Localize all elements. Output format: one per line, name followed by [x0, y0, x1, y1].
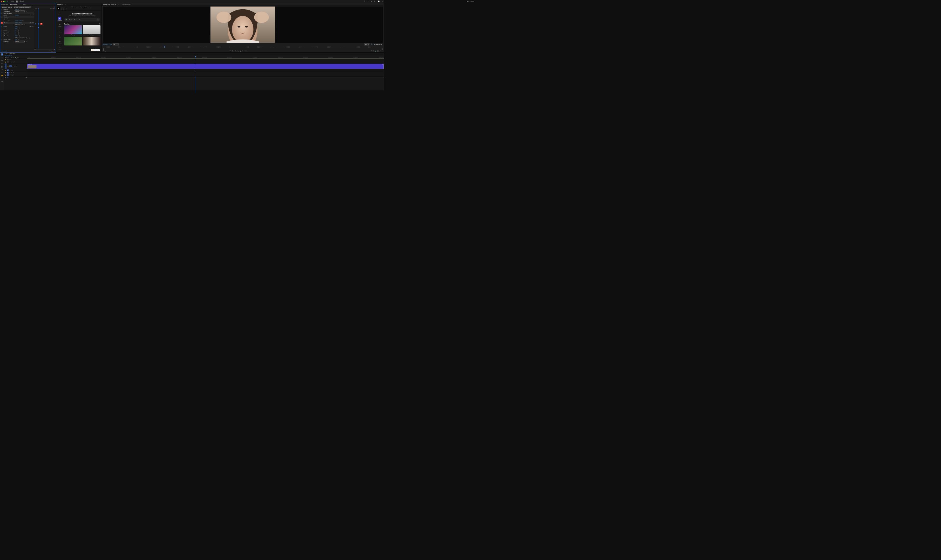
position-x[interactable]: 1780,0 — [15, 22, 18, 23]
selection-tool[interactable]: ▸ — [2, 53, 3, 55]
workspaces-icon[interactable]: ≡ — [371, 0, 372, 2]
pen-tool[interactable]: ✎ — [2, 69, 3, 70]
lift-button[interactable]: ⎘ — [371, 50, 372, 52]
step-forward-button[interactable]: |▸ — [243, 50, 244, 52]
mute-button[interactable]: M — [9, 72, 10, 73]
timeline-timecode[interactable]: 00;00;01;10 — [5, 55, 26, 57]
prop-anchor-point[interactable]: Anchor Point — [4, 20, 15, 22]
lock-icon[interactable]: 🔒 — [5, 72, 6, 73]
track-target-v2[interactable]: V2 — [7, 61, 9, 63]
scale-value-2[interactable]: 100,0 — [15, 28, 17, 29]
uniform-scale-checkbox[interactable] — [15, 24, 16, 25]
tab-import[interactable]: Import — [11, 0, 14, 2]
reset-icon[interactable]: ↺ — [18, 38, 19, 40]
voiceover-icon[interactable]: 🎤 — [12, 75, 14, 76]
customize-button[interactable]: ⚡Customize — [91, 49, 100, 51]
program-timecode[interactable]: 00;00;01;10 — [103, 43, 112, 45]
minimize-window[interactable] — [3, 1, 4, 2]
ec-time-ruler[interactable]: :00;00 00;00;05;00 — [34, 8, 55, 10]
mute-button[interactable]: M — [9, 75, 10, 76]
settings-wrench-icon[interactable]: 🔧 — [371, 43, 373, 45]
ripple-edit-tool[interactable]: ⇆ — [2, 60, 3, 62]
toggle-output-icon[interactable]: 👁 — [12, 66, 13, 67]
filter-icon[interactable]: ▾ — [49, 50, 50, 52]
nav-forward-button[interactable]: › — [64, 8, 66, 10]
tab-effect-controls[interactable]: Effect Controls — [10, 4, 17, 5]
more-buttons[interactable]: » — [380, 50, 381, 52]
track-target-v3[interactable]: V3 — [7, 59, 9, 61]
keyframe-nav[interactable]: ◂◆▸ — [30, 22, 32, 23]
home-icon[interactable]: ⌂ — [7, 0, 8, 2]
zoom-handle-left[interactable] — [35, 49, 35, 49]
snap-icon[interactable]: �магн — [5, 57, 9, 58]
sampling-dropdown[interactable]: Bilinear — [15, 40, 25, 43]
track-target-a2[interactable]: A2 — [7, 72, 9, 74]
tools-settings[interactable]: ⚙ — [2, 81, 3, 82]
blend-mode-dropdown[interactable]: Normal — [15, 10, 25, 12]
tab-project[interactable]: Project: Demo — [1, 4, 8, 5]
tab-effects[interactable]: Effects — [23, 4, 26, 5]
captions-icon[interactable]: cc — [17, 57, 18, 58]
scale-keyframe[interactable] — [38, 27, 39, 28]
nav-back-button[interactable]: ‹ — [61, 8, 64, 10]
chip-more[interactable]: +2 — [78, 19, 80, 20]
skew-value[interactable]: 0,0 — [15, 29, 16, 31]
anchor-y[interactable]: 810,0 — [19, 20, 22, 22]
rect-mask-icon[interactable]: ▭ — [5, 18, 6, 20]
solo-button[interactable]: S — [11, 75, 11, 76]
prop-skew[interactable]: Skew — [4, 29, 15, 31]
track-target-a3[interactable]: A3 — [7, 74, 9, 76]
zoom-handle-right[interactable] — [382, 48, 383, 49]
reset-icon[interactable]: ↺ — [20, 9, 21, 10]
track-lane-v3[interactable] — [27, 58, 384, 61]
razor-tool[interactable]: ✂ — [2, 63, 3, 65]
voiceover-icon[interactable]: 🎤 — [12, 72, 14, 73]
export-frame-button[interactable]: 📷 — [375, 50, 376, 52]
zoom-handle-right[interactable] — [54, 49, 55, 49]
speed-value[interactable]: 100,00% — [15, 14, 19, 16]
go-to-in-button[interactable]: |← — [235, 50, 237, 52]
section-transform[interactable]: Transform — [4, 16, 15, 18]
prop-speed[interactable]: Speed — [4, 14, 15, 16]
prop-sampling[interactable]: Sampling — [4, 41, 15, 42]
go-to-out-button[interactable]: →| — [245, 50, 246, 52]
ec-zoom-scrollbar[interactable] — [35, 49, 55, 49]
toggle-output-icon[interactable]: 👁 — [9, 62, 11, 63]
sidebar-item-transitions[interactable]: ∿Transitions — [58, 29, 62, 33]
track-lane-a1[interactable] — [27, 69, 384, 71]
track-target-a1[interactable]: A1 — [7, 69, 9, 71]
shutter-angle-value[interactable]: 0,00 — [15, 39, 17, 40]
ellipse-mask-icon[interactable]: ◯ — [4, 18, 5, 20]
lock-icon[interactable]: 🔒 — [5, 75, 6, 76]
fx-menu-chevron[interactable]: ▾ — [105, 50, 106, 52]
panel-menu-icon[interactable]: ≡ — [118, 4, 119, 5]
section-time-remapping[interactable]: Time Remapping — [4, 12, 15, 14]
quick-export-icon[interactable]: ⇱ — [364, 0, 365, 2]
labs-icon[interactable]: ⚗ — [374, 0, 375, 2]
opacity-value[interactable]: 100,0 % — [15, 9, 19, 10]
mark-in-button[interactable]: { — [232, 50, 233, 52]
panel-menu-icon[interactable]: ≡ — [19, 4, 20, 5]
source-patch-v1[interactable]: V1 — [5, 63, 6, 69]
track-lane-v1[interactable]: Video 01 fx — [27, 63, 384, 69]
reset-icon[interactable]: ↺ — [32, 26, 34, 27]
add-marker-button[interactable]: ● — [231, 50, 231, 52]
sequence-tab[interactable]: Main_1920x1080 — [6, 53, 15, 54]
share-icon[interactable]: ⇪ — [367, 0, 369, 2]
comparison-view-button[interactable]: ◫ — [377, 50, 379, 52]
resolution-dropdown[interactable]: Full — [364, 43, 369, 45]
preset-card-4[interactable] — [83, 37, 100, 46]
tab-program[interactable]: Program: Main_1920x1080 — [103, 4, 116, 5]
fx-badge-button[interactable]: fx — [103, 50, 104, 51]
tab-export[interactable]: Export — [20, 0, 24, 2]
button-editor-add[interactable]: + — [382, 50, 383, 52]
solo-button[interactable]: S — [11, 70, 11, 71]
preset-card-3[interactable] — [64, 37, 82, 46]
sidebar-item-collections[interactable]: ▦Collections — [58, 17, 62, 21]
pen-mask-icon[interactable]: ✎ — [7, 18, 8, 20]
prop-blend-mode[interactable]: Blend Mode — [4, 11, 15, 12]
step-back-button[interactable]: ◂| — [238, 50, 239, 52]
mask-shapes[interactable]: ◯▭✎ — [4, 18, 8, 20]
sidebar-item-elements[interactable]: ⊞Elements — [58, 40, 62, 44]
position-keyframe-1[interactable] — [35, 23, 36, 24]
